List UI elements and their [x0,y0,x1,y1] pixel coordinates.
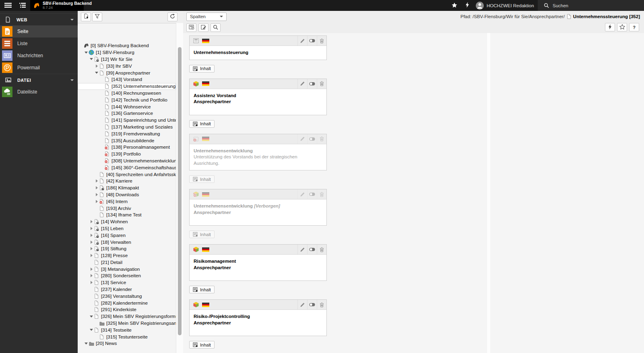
add-content-button[interactable]: Inhalt [189,286,215,293]
content-card-header[interactable] [190,189,326,199]
tree-expander[interactable] [89,313,94,320]
tree-expander[interactable] [89,266,94,272]
sidebar-item-liste[interactable]: Liste [0,37,78,50]
content-card-header[interactable] [190,36,326,46]
tree-item[interactable]: [291] Kinderkiste [78,306,176,313]
delete-button[interactable] [317,134,326,144]
tree-item[interactable]: [141] Spareinrichtung und Unter [78,117,176,124]
bookmark-button[interactable] [448,0,460,11]
tree-item[interactable]: [21] Detail [78,259,176,266]
refresh-tree-button[interactable] [167,12,178,21]
content-card-header[interactable] [190,79,326,89]
tree-item[interactable]: [236] Veranstaltung [78,293,176,299]
tree-item[interactable]: [13] Service [78,279,176,286]
tree-expander[interactable] [89,245,94,252]
tree-item[interactable]: [42] Karriere [78,178,176,185]
tree-item[interactable]: [143] Vorstand [78,76,176,83]
tree-item[interactable]: [315] Testunterseite [78,333,176,340]
sidebar-item-dateiliste[interactable]: Dateiliste [0,86,78,98]
tree-item[interactable]: [145] 360°-Gemeinschaftshaus [78,164,176,171]
tree-item[interactable]: [137] Marketing und Soziales [78,124,176,131]
add-content-button[interactable]: Inhalt [189,120,215,128]
sidebar-item-powermail[interactable]: Powermail [0,62,78,74]
tree-expander[interactable] [89,272,94,279]
tree-item[interactable]: [15] Leben [78,225,176,232]
tree-expander[interactable] [94,69,99,76]
tree-item[interactable]: [1] SBV-Flensburg [78,49,176,56]
edit-button[interactable] [297,134,307,144]
tree-item[interactable]: [128] Presse [78,252,176,259]
add-content-button[interactable]: Inhalt [189,175,215,183]
module-section-web[interactable]: WEB [0,13,78,25]
tree-item[interactable]: [138] Personalmanagement [78,144,176,151]
delete-button[interactable] [317,79,326,89]
edit-button[interactable] [297,79,307,89]
visibility-toggle-button[interactable] [307,189,317,199]
tree-item[interactable]: [280] Sonderseiten [78,272,176,279]
delete-button[interactable] [317,300,326,309]
filter-button[interactable] [92,12,102,21]
tree-item[interactable]: [325] Mein SBV Registrierungsanfra [78,320,176,327]
tree-expander[interactable] [89,326,94,333]
search-button[interactable]: Suchen [538,0,644,11]
visibility-toggle-button[interactable] [307,79,317,89]
tree-item[interactable]: [3] Metanavigation [78,266,176,272]
tree-item[interactable]: [33] Ihr SBV [78,62,176,69]
pagetree-toggle-button[interactable] [17,0,28,11]
tree-expander[interactable] [89,279,94,286]
tree-item[interactable]: [20] News [78,340,176,347]
content-card-header[interactable] [190,300,326,310]
tree-item[interactable]: [352] Unternehmenssteuerung [78,83,176,90]
tree-item[interactable]: [48] Downloads [78,191,176,198]
tree-item[interactable]: [0] SBV-Flensburg Backend [78,42,176,49]
tree-expander[interactable] [94,62,99,69]
tree-item[interactable]: [140] Rechnungswesen [78,90,176,97]
search-content-button[interactable] [211,23,221,32]
tree-expander[interactable] [94,198,99,205]
sidebar-item-nachrichten[interactable]: Nachrichten [0,50,78,62]
tree-expander[interactable] [89,252,94,259]
tree-item[interactable]: [326] Mein SBV Registrierungsformula [78,313,176,320]
tree-item[interactable]: [237] Kalender [78,286,176,293]
tree-scrollbar-thumb[interactable] [178,47,182,335]
tree-item[interactable]: [18] Verwalten [78,239,176,245]
tree-item[interactable]: [142] Technik und Portfolio [78,96,176,103]
tree-item[interactable]: [12] Wir für Sie [78,56,176,63]
edit-button[interactable] [297,245,307,254]
tree-item[interactable]: [308] Unternehmensentwicklung [78,158,176,164]
new-page-button[interactable] [81,12,91,21]
tree-item[interactable]: [14] Wohnen [78,218,176,225]
tree-expander[interactable] [89,239,94,245]
tree-item[interactable]: [16] Sparen [78,232,176,239]
module-section-datei[interactable]: DATEI [0,74,78,86]
tree-expander[interactable] [84,340,89,347]
add-content-button[interactable]: Inhalt [189,230,215,238]
add-content-button[interactable]: Inhalt [189,341,215,349]
bookmark-page-button[interactable] [617,23,627,31]
delete-button[interactable] [317,36,326,46]
tree-item[interactable]: [39] Ansprechpartner [78,69,176,76]
edit-button[interactable] [297,36,307,46]
content-card-header[interactable] [190,134,326,144]
delete-button[interactable] [317,189,326,199]
tree-item[interactable]: [136] Gartenservice [78,110,176,117]
delete-button[interactable] [317,245,326,254]
tree-expander[interactable] [94,178,99,185]
app-logo-block[interactable]: SBV-Flensburg Backend 8.7.24 [30,0,84,11]
visibility-toggle-button[interactable] [307,36,317,46]
visibility-toggle-button[interactable] [307,134,317,144]
tree-item[interactable]: [186] Klimapakt [78,185,176,191]
tree-expander[interactable] [89,225,94,232]
columns-view-select[interactable]: Spalten [186,12,227,21]
add-content-button[interactable]: Inhalt [189,65,215,73]
tree-expander[interactable] [84,49,89,56]
tree-item[interactable]: [45] Intern [78,198,176,205]
tree-item[interactable]: [19] Stiftung [78,245,176,252]
visibility-toggle-button[interactable] [307,300,317,309]
tree-expander[interactable] [89,218,94,225]
tree-item[interactable]: [314] Testseite [78,326,176,333]
tree-expander[interactable] [94,191,99,198]
tree-item[interactable]: [282] Kalendertermine [78,299,176,306]
user-menu[interactable]: HOCHZWEI Redaktion [476,0,534,11]
tree-item[interactable]: [139] Portfolio [78,151,176,158]
